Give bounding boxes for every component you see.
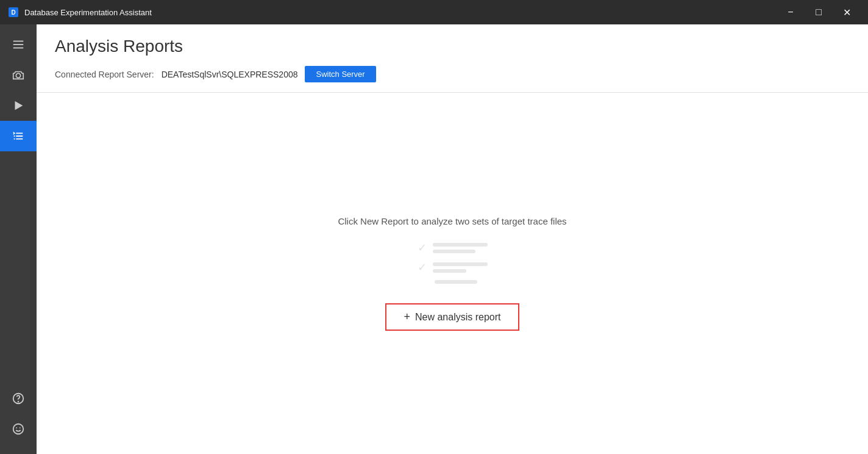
line-1a xyxy=(433,243,488,247)
line-3a xyxy=(435,280,477,284)
server-label: Connected Report Server: xyxy=(55,70,154,79)
plus-icon: + xyxy=(404,311,410,323)
sidebar-item-capture[interactable] xyxy=(0,60,37,90)
svg-rect-4 xyxy=(13,48,24,49)
server-info: Connected Report Server: DEATestSqlSvr\S… xyxy=(55,66,850,82)
content-main: Click New Report to analyze two sets of … xyxy=(37,93,868,454)
sidebar xyxy=(0,24,37,454)
check-lines-2 xyxy=(433,262,488,273)
sidebar-bottom xyxy=(0,383,37,449)
sidebar-item-menu[interactable] xyxy=(0,29,37,60)
line-1b xyxy=(433,250,475,253)
switch-server-button[interactable]: Switch Server xyxy=(305,66,375,82)
svg-point-11 xyxy=(20,427,21,428)
check-row-2: ✓ xyxy=(418,261,488,274)
sidebar-item-feedback[interactable] xyxy=(0,414,37,444)
empty-state-text: Click New Report to analyze two sets of … xyxy=(338,216,566,226)
app-body: Analysis Reports Connected Report Server… xyxy=(0,24,868,454)
content-area: Analysis Reports Connected Report Server… xyxy=(37,24,868,454)
app-icon: D xyxy=(7,6,20,18)
check-icon-1: ✓ xyxy=(418,241,427,254)
check-icon-2: ✓ xyxy=(418,261,427,274)
sidebar-item-replay[interactable] xyxy=(0,90,37,121)
line-2b xyxy=(433,269,466,273)
check-row-1: ✓ xyxy=(418,241,488,254)
title-bar: D Database Experimentation Assistant − □… xyxy=(0,0,868,24)
line-2a xyxy=(433,262,488,266)
svg-point-10 xyxy=(16,427,17,428)
maximize-button[interactable]: □ xyxy=(805,0,833,24)
svg-point-8 xyxy=(18,402,19,402)
empty-state-illustration: ✓ ✓ xyxy=(418,241,488,284)
close-button[interactable]: ✕ xyxy=(833,0,861,24)
sidebar-item-analysis[interactable] xyxy=(0,121,37,151)
new-report-label: New analysis report xyxy=(415,312,501,323)
svg-point-9 xyxy=(13,424,24,434)
server-value: DEATestSqlSvr\SQLEXPRESS2008 xyxy=(162,70,298,79)
sidebar-item-help[interactable] xyxy=(0,383,37,414)
new-analysis-report-button[interactable]: + New analysis report xyxy=(385,303,519,331)
minimize-button[interactable]: − xyxy=(777,0,805,24)
check-lines-1 xyxy=(433,243,488,253)
svg-rect-2 xyxy=(13,41,24,42)
window-controls: − □ ✕ xyxy=(777,0,861,24)
svg-point-5 xyxy=(16,73,20,77)
empty-row xyxy=(435,280,477,284)
svg-text:D: D xyxy=(11,9,15,16)
svg-rect-3 xyxy=(13,44,24,45)
page-title: Analysis Reports xyxy=(55,37,850,56)
app-title: Database Experimentation Assistant xyxy=(24,8,777,17)
content-header: Analysis Reports Connected Report Server… xyxy=(37,24,868,93)
svg-marker-6 xyxy=(15,101,23,110)
